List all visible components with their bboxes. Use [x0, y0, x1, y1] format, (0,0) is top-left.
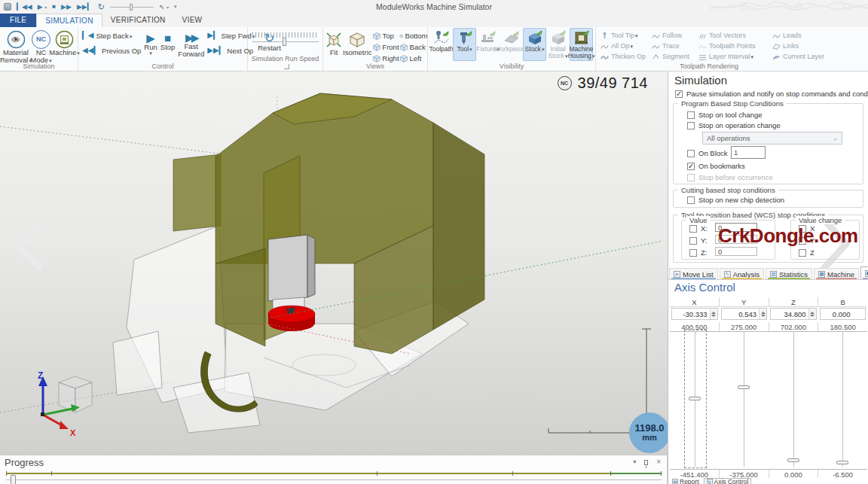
group-label-control: Control — [78, 62, 247, 70]
progress-slider[interactable] — [6, 478, 662, 482]
fit-button[interactable]: Fit — [325, 29, 343, 64]
tool-tip-button[interactable]: Tool Tip — [601, 30, 650, 41]
stop-on-operation-change-checkbox[interactable]: Stop on operation change — [687, 121, 781, 129]
axis-b-value-input[interactable]: 0.000 — [820, 308, 866, 320]
segment-button[interactable]: Segment — [652, 51, 697, 62]
nc-mode-button[interactable]: NC NC Mode — [29, 28, 53, 64]
run-speed-slider[interactable] — [252, 38, 319, 45]
current-layer-icon — [772, 53, 781, 61]
wcs-y-checkbox[interactable]: Y: — [689, 236, 707, 245]
follow-icon — [652, 32, 660, 40]
tab-analysis[interactable]: ∿Analysis — [720, 268, 764, 279]
progress-dropdown-icon[interactable]: ▾ — [633, 458, 636, 466]
view-back-button[interactable]: Back — [399, 41, 428, 53]
progress-close-icon[interactable]: × — [656, 458, 661, 466]
qa-step-back-icon[interactable]: ▎◀◀ — [17, 0, 32, 14]
spinner-icon[interactable] — [759, 309, 766, 319]
view-front-button[interactable]: Front — [372, 41, 399, 53]
run-button[interactable]: ▶Run — [144, 30, 157, 56]
cube-icon — [372, 54, 381, 63]
ribbon-group-views: Fit Isometric Top Front Right Bottom Bac… — [323, 27, 428, 71]
on-block-input[interactable]: 1 — [731, 146, 766, 159]
qa-customize-icon[interactable]: ▾ — [174, 0, 177, 14]
simulation-panel-title: Simulation — [674, 74, 727, 87]
tab-simulation-panel[interactable]: ▶Simulation — [860, 266, 868, 279]
tab-machine[interactable]: ▦Machine — [814, 268, 859, 279]
wcs-change-z-checkbox[interactable]: Z — [799, 248, 815, 257]
axis-z-value-input[interactable]: 34.800 — [770, 308, 817, 320]
follow-button[interactable]: Follow — [652, 30, 697, 41]
axis-y-slider[interactable] — [720, 330, 769, 468]
viewport-3d[interactable]: Z X NC 39/49 714 1198.0 mm — [0, 72, 668, 455]
leads-button[interactable]: Leads — [772, 30, 834, 41]
operations-dropdown[interactable]: All operations⌄ — [702, 132, 842, 145]
group-label-run-speed: Simulation Run Speed — [248, 55, 322, 70]
thicken-op-button[interactable]: Thicken Op — [601, 51, 650, 62]
axis-y-value-input[interactable]: 0.543 — [721, 308, 768, 320]
toolpath-toggle[interactable]: Toolpath — [429, 28, 453, 61]
toolpath-points-button[interactable]: Toolpath Points — [698, 41, 771, 51]
wcs-z-checkbox[interactable]: Z: — [689, 248, 707, 257]
nc-mode-icon: NC — [32, 30, 50, 49]
progress-slider-handle[interactable] — [11, 475, 16, 484]
tab-file[interactable]: FILE — [0, 14, 36, 27]
fixture-toggle[interactable]: Fixture — [476, 28, 500, 61]
layer-interval-button[interactable]: Layer Interval — [698, 51, 771, 62]
progress-track — [6, 471, 662, 475]
axis-x-value-input[interactable]: -30.333 — [671, 308, 718, 320]
trace-button[interactable]: Trace — [652, 41, 697, 51]
qa-cursor-icon[interactable]: ⇖ ▾ — [159, 0, 169, 14]
material-removal-button[interactable]: Material Removal — [2, 28, 29, 64]
wcs-x-checkbox[interactable]: X: — [689, 224, 708, 233]
on-block-checkbox[interactable]: On Block — [687, 149, 728, 157]
view-bottom-button[interactable]: Bottom — [399, 30, 428, 41]
wcs-z-input[interactable]: 0 — [715, 247, 757, 256]
initial-stock-toggle[interactable]: Initial Stock — [546, 28, 570, 61]
qa-restart-icon[interactable]: ↻ — [98, 0, 105, 14]
qa-play-icon[interactable]: ▶ ▾ — [38, 0, 47, 14]
current-layer-button[interactable]: Current Layer — [772, 51, 834, 62]
pause-simulation-checkbox[interactable]: Pause simulation and notify on stop comm… — [675, 90, 868, 98]
dialog-launcher-icon[interactable] — [284, 64, 289, 69]
tab-statistics[interactable]: ▥Statistics — [766, 268, 812, 279]
tool-toggle[interactable]: Tool — [453, 28, 476, 61]
scale-badge: 1198.0 mm — [629, 412, 668, 453]
links-button[interactable]: Links — [772, 41, 834, 51]
tab-move-list[interactable]: ≡Move List — [669, 268, 718, 279]
previous-op-button[interactable]: ◀◀▎Previous Op — [82, 45, 141, 56]
run-icon: ▶ — [146, 32, 155, 44]
axis-b-slider[interactable] — [818, 330, 868, 468]
qa-next-op-icon[interactable]: ▶▶▎ — [77, 0, 93, 14]
spinner-icon[interactable] — [808, 309, 816, 319]
checkbox-icon — [689, 225, 697, 233]
qa-speed-slider[interactable] — [110, 3, 154, 11]
workpiece-toggle[interactable]: Workpiece — [500, 28, 523, 61]
tab-verification[interactable]: VERIFICATION — [102, 14, 174, 27]
qa-fast-forward-icon[interactable]: ▶▶ — [61, 0, 72, 14]
machine-button[interactable]: Machine — [53, 28, 76, 64]
tab-axis-control[interactable]: ⇅Axis Control — [704, 478, 752, 484]
stock-toggle[interactable]: Stock — [523, 28, 546, 61]
spinner-icon[interactable] — [710, 309, 717, 319]
move-list-icon: ≡ — [674, 271, 680, 278]
all-op-button[interactable]: All Op — [601, 41, 650, 51]
tab-simulation[interactable]: SIMULATION — [36, 14, 102, 27]
qa-stop-icon[interactable]: ■ — [52, 0, 56, 14]
segment-icon — [652, 53, 660, 61]
isometric-button[interactable]: Isometric — [343, 29, 372, 64]
tool-vectors-button[interactable]: Tool Vectors — [698, 30, 771, 41]
machine-housing-toggle[interactable]: Machine Housing — [570, 28, 593, 61]
view-top-button[interactable]: Top — [372, 30, 399, 41]
group-label-simulation: Simulation — [0, 62, 78, 70]
fast-forward-button[interactable]: ▶▶Fast Forward — [178, 30, 204, 58]
tab-report[interactable]: ▤Report — [670, 479, 701, 484]
tab-view[interactable]: VIEW — [174, 14, 211, 27]
stop-on-tool-change-checkbox[interactable]: Stop on tool change — [687, 111, 763, 119]
axis-x-slider[interactable] — [670, 330, 720, 468]
on-bookmarks-checkbox[interactable]: On bookmarks — [687, 162, 745, 170]
stop-button[interactable]: ■Stop — [160, 30, 176, 51]
step-back-button[interactable]: ▎◀Step Back — [82, 30, 141, 41]
progress-pin-icon[interactable] — [644, 460, 648, 465]
stop-on-new-chip-checkbox[interactable]: Stop on new chip detection — [687, 196, 784, 204]
axis-z-slider[interactable] — [769, 330, 818, 468]
